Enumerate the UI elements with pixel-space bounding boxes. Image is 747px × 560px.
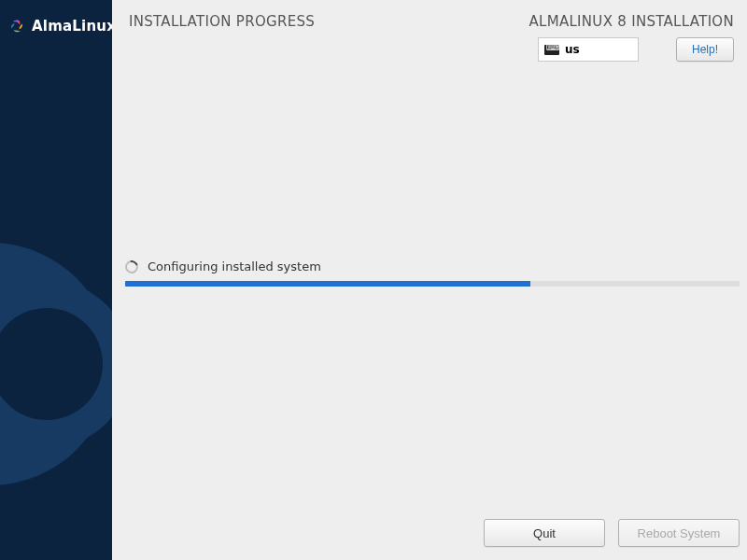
status-row: Configuring installed system: [125, 259, 740, 273]
progress-bar: [125, 281, 740, 287]
keyboard-layout-value: us: [565, 43, 580, 56]
brand: AlmaLinux: [0, 0, 112, 35]
keyboard-layout-indicator[interactable]: us: [538, 37, 639, 62]
status-text: Configuring installed system: [148, 259, 321, 273]
header: INSTALLATION PROGRESS ALMALINUX 8 INSTAL…: [120, 0, 740, 62]
brand-name: AlmaLinux: [32, 18, 112, 35]
keyboard-icon: [544, 45, 559, 55]
install-title: ALMALINUX 8 INSTALLATION: [529, 13, 734, 30]
sidebar: AlmaLinux: [0, 0, 112, 560]
page-title: INSTALLATION PROGRESS: [129, 13, 315, 30]
progress-fill: [125, 281, 530, 287]
progress-area: Configuring installed system: [125, 259, 740, 287]
main-panel: INSTALLATION PROGRESS ALMALINUX 8 INSTAL…: [112, 0, 747, 560]
reboot-button[interactable]: Reboot System: [618, 519, 740, 547]
help-button[interactable]: Help!: [676, 37, 734, 62]
header-right: ALMALINUX 8 INSTALLATION us Help!: [529, 13, 734, 62]
quit-button[interactable]: Quit: [484, 519, 605, 547]
spinner-icon: [122, 258, 140, 275]
almalinux-logo-icon: [7, 17, 26, 35]
footer: Quit Reboot System: [112, 519, 740, 547]
